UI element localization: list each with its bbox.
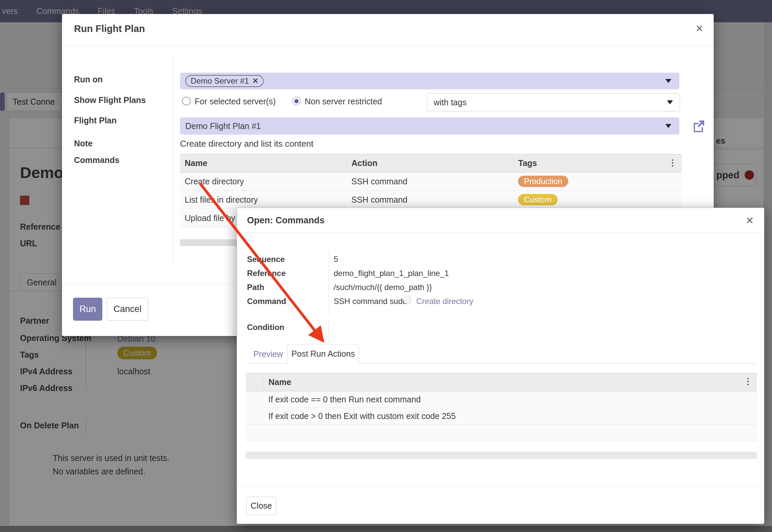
create-directory-checkbox[interactable] [404,296,411,303]
run-modal-header-divider [62,46,714,46]
col-name[interactable]: Name ⋮ [264,373,757,391]
cell-tags[interactable]: Custom [513,191,682,209]
action-name-cell[interactable]: If exit code == 0 then Run next command [264,391,757,408]
run-modal-close-icon[interactable]: ✕ [695,23,704,34]
radio-selected-servers[interactable] [182,97,191,105]
gutter-cell [246,391,264,408]
server-tag-label: Demo Server #1 [191,76,249,86]
radio-selected-servers-label[interactable]: For selected server(s) [195,97,276,106]
run-on-label: Run on [74,75,103,84]
post-run-row[interactable]: If exit code == 0 then Run next command [246,391,757,408]
caret-down-icon[interactable] [665,79,671,83]
open-modal-title: Open: Commands [247,215,325,226]
with-tags-select[interactable]: with tags [427,93,680,111]
show-flight-plans-label: Show Flight Plans [74,95,146,105]
cell-name[interactable]: Create directory [180,172,347,191]
open-modal-header-divider [237,232,764,233]
condition-label: Condition [247,323,284,332]
cancel-button[interactable]: Cancel [107,298,148,321]
gutter-col [246,373,264,391]
sequence-label: Sequence [247,255,285,264]
server-tag-chip[interactable]: Demo Server #1 ✕ [185,75,264,87]
path-label: Path [247,283,264,292]
post-run-row-empty [246,425,757,441]
table-scrollbar[interactable] [246,452,757,459]
post-run-row[interactable]: If exit code > 0 then Exit with custom e… [246,408,757,425]
detail-separator [329,253,329,315]
open-modal-footer-divider [237,486,764,487]
commands-label: Commands [74,155,119,165]
column-options-icon[interactable]: ⋮ [668,158,677,168]
detail-separator-2 [329,320,329,343]
command-row[interactable]: Create directory SSH command Production [180,172,682,191]
tag-production: Production [518,176,568,187]
reference-field-label: Reference [247,269,286,278]
modal-label-separator [173,53,173,263]
open-commands-modal: Open: Commands ✕ Sequence 5 Reference de… [237,208,764,524]
path-value: /such/much/{{ demo_path }} [334,283,432,292]
command-label: Command [247,297,286,306]
external-link-icon[interactable] [691,119,706,133]
col-action[interactable]: Action [347,154,513,172]
tag-custom: Custom [518,194,558,205]
tab-preview[interactable]: Preview [253,349,283,359]
cell-action[interactable]: SSH command [347,191,513,209]
col-tags[interactable]: Tags ⋮ [513,154,682,172]
run-on-field[interactable]: Demo Server #1 ✕ [180,73,679,89]
cell-name[interactable]: List files in directory [180,191,347,209]
command-row[interactable]: List files in directory SSH command Cust… [180,191,682,209]
commands-table-header: Name Action Tags ⋮ [180,154,682,172]
radio-non-restricted-label[interactable]: Non server restricted [305,97,382,106]
note-value: Create directory and list its content [180,139,313,149]
post-run-actions-table: Name ⋮ If exit code == 0 then Run next c… [246,373,757,459]
flight-plan-value: Demo Flight Plan #1 [185,121,261,131]
caret-down-icon[interactable] [665,124,671,128]
reference-field-value: demo_flight_plan_1_plan_line_1 [334,269,449,278]
action-name-cell[interactable]: If exit code > 0 then Exit with custom e… [264,408,757,425]
column-options-icon[interactable]: ⋮ [744,376,752,387]
tab-post-run-actions[interactable]: Post Run Actions [287,344,359,364]
note-label: Note [74,139,93,148]
flight-plan-label: Flight Plan [74,116,117,125]
radio-non-restricted[interactable] [292,97,301,105]
cell-action[interactable]: SSH command [347,172,513,191]
col-name[interactable]: Name [180,154,347,172]
post-run-table-header: Name ⋮ [246,373,757,391]
create-directory-link[interactable]: Create directory [416,297,473,306]
run-button[interactable]: Run [73,298,102,321]
sequence-value: 5 [334,255,338,264]
tag-remove-icon[interactable]: ✕ [252,77,258,85]
screen: vers Commands Files Tools Settings Test … [0,0,772,532]
flight-plan-field[interactable]: Demo Flight Plan #1 [180,117,679,135]
run-modal-title: Run Flight Plan [74,23,145,34]
open-modal-close-icon[interactable]: ✕ [746,215,754,226]
close-button[interactable]: Close [246,497,276,515]
caret-down-icon[interactable] [667,100,673,104]
command-value: SSH command sudo [334,297,407,306]
gutter-cell [246,408,264,425]
cell-tags[interactable]: Production [513,172,682,191]
with-tags-value: with tags [434,98,467,107]
